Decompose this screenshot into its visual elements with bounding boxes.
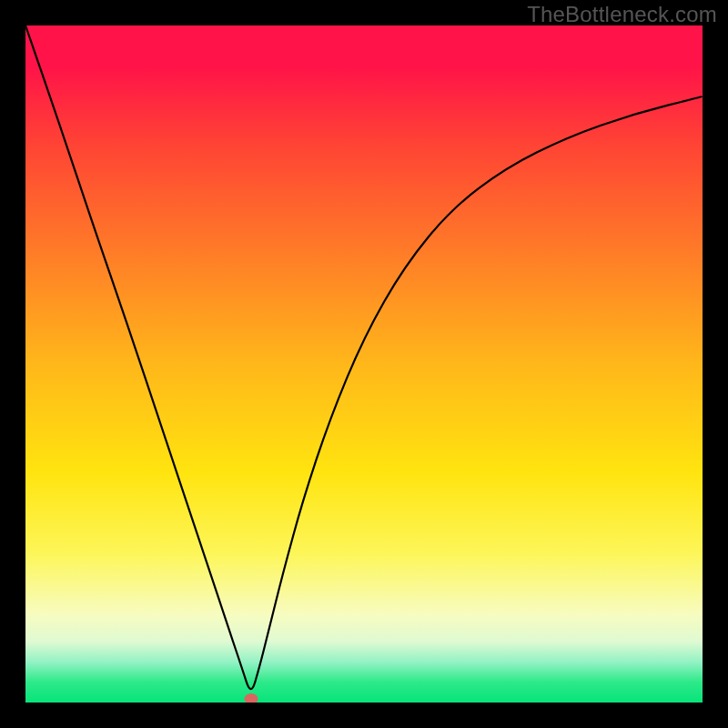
bottleneck-curve <box>25 25 703 703</box>
plot-area <box>25 25 703 703</box>
watermark-text: TheBottleneck.com <box>527 2 717 27</box>
chart-frame: TheBottleneck.com <box>0 0 728 728</box>
optimal-marker <box>244 693 258 703</box>
